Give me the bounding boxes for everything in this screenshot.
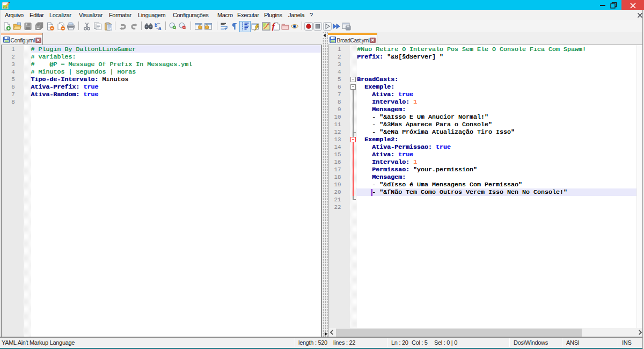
svg-text:b: b <box>155 23 157 28</box>
svg-text:a: a <box>158 25 162 31</box>
